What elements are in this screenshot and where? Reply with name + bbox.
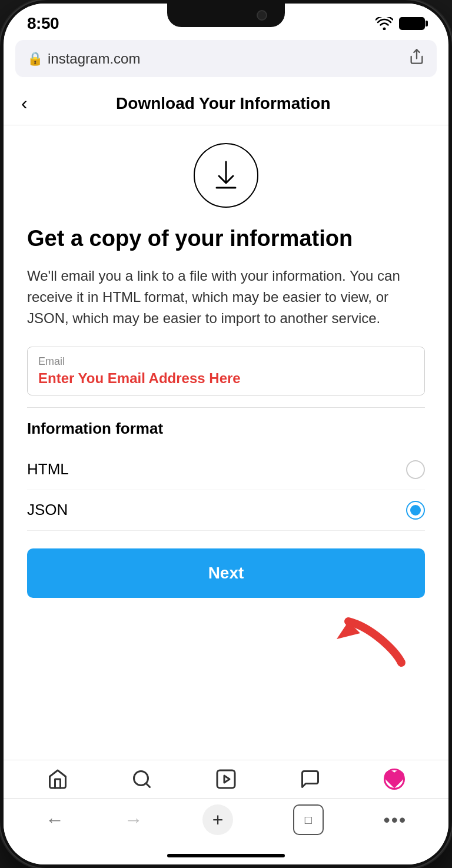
radio-html[interactable]	[406, 460, 425, 479]
bottom-nav: ← → + □ •••	[4, 760, 448, 864]
wifi-icon	[375, 17, 393, 30]
radio-json[interactable]	[406, 501, 425, 520]
browser-tabs	[4, 760, 448, 798]
new-tab-btn[interactable]: +	[202, 804, 233, 835]
lock-icon: 🔒	[27, 51, 43, 66]
format-section: Information format HTML JSON	[27, 420, 425, 531]
notch	[167, 4, 285, 27]
email-input[interactable]: Enter You Email Address Here	[38, 370, 241, 386]
format-option-html[interactable]: HTML	[27, 450, 425, 490]
tab-search[interactable]	[131, 769, 152, 790]
forward-ctrl-btn[interactable]: →	[124, 809, 143, 831]
format-label-html: HTML	[27, 460, 69, 478]
url-text: instagram.com	[48, 51, 140, 67]
notch-camera	[257, 10, 267, 21]
main-content: Get a copy of your information We'll ema…	[4, 125, 448, 760]
page-title: Download Your Information	[39, 94, 407, 113]
main-heading: Get a copy of your information	[27, 225, 425, 252]
tab-messenger[interactable]	[300, 769, 321, 790]
screen: 8:50 🔒 instagram.com	[4, 4, 448, 864]
tabs-icon: □	[305, 813, 312, 827]
download-arrow-icon	[214, 161, 238, 190]
phone-frame: 8:50 🔒 instagram.com	[0, 0, 452, 868]
status-time: 8:50	[27, 14, 59, 33]
arrow-annotation	[27, 610, 425, 680]
battery-icon	[399, 17, 425, 30]
red-arrow-icon	[325, 616, 407, 674]
page-header: ‹ Download Your Information	[4, 82, 448, 125]
main-description: We'll email you a link to a file with yo…	[27, 265, 425, 329]
format-label-json: JSON	[27, 501, 68, 519]
more-btn[interactable]: •••	[384, 809, 407, 831]
home-indicator	[4, 847, 448, 864]
svg-line-4	[146, 783, 150, 787]
tabs-btn[interactable]: □	[293, 804, 324, 835]
back-button[interactable]: ‹	[21, 92, 28, 114]
next-button[interactable]: Next	[27, 548, 425, 598]
home-bar	[167, 854, 285, 857]
address-bar[interactable]: 🔒 instagram.com	[15, 40, 437, 77]
email-field-container[interactable]: Email Enter You Email Address Here	[27, 347, 425, 395]
page-content: ‹ Download Your Information Get a copy o…	[4, 82, 448, 760]
address-left: 🔒 instagram.com	[27, 51, 140, 67]
tab-reels[interactable]	[215, 769, 237, 790]
plus-icon: +	[212, 810, 224, 829]
divider	[27, 407, 425, 408]
tab-home[interactable]	[47, 769, 68, 790]
svg-marker-6	[224, 776, 230, 783]
download-icon-circle	[194, 143, 258, 208]
format-option-json[interactable]: JSON	[27, 490, 425, 531]
browser-controls: ← → + □ •••	[4, 798, 448, 847]
tab-profile[interactable]	[384, 769, 405, 790]
back-ctrl-btn[interactable]: ←	[45, 809, 64, 831]
email-label: Email	[38, 355, 414, 368]
format-title: Information format	[27, 420, 425, 438]
radio-json-inner	[410, 505, 421, 516]
status-icons	[375, 17, 425, 30]
share-icon[interactable]	[408, 48, 425, 69]
svg-rect-5	[217, 770, 235, 788]
